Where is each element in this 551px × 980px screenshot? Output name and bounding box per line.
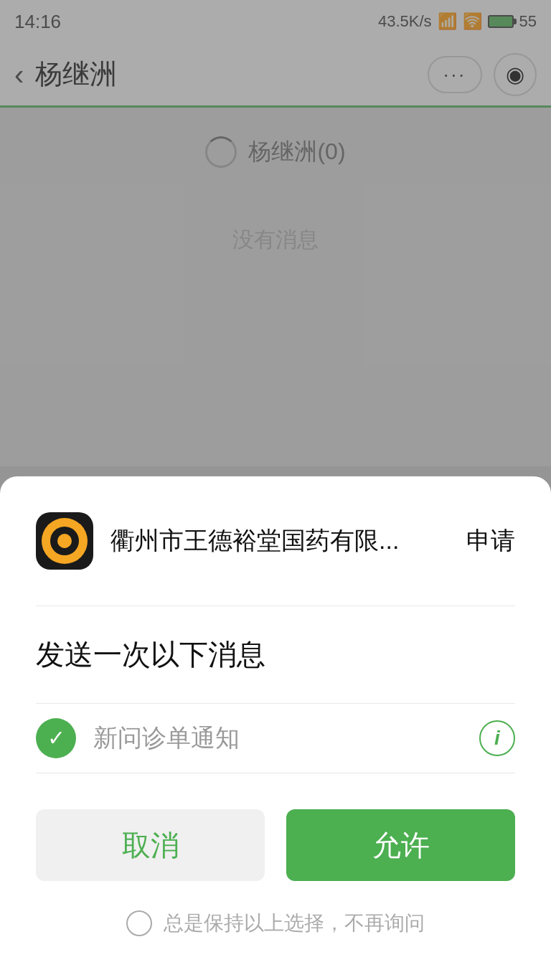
check-circle: ✓ — [36, 718, 76, 758]
app-icon — [36, 512, 93, 570]
app-info-row: 衢州市王德裕堂国药有限... 申请 — [36, 512, 515, 570]
app-tag: 申请 — [466, 524, 515, 557]
remember-radio[interactable] — [126, 910, 152, 936]
info-icon: i — [494, 727, 500, 750]
app-name: 衢州市王德裕堂国药有限... — [110, 524, 449, 557]
allow-button[interactable]: 允许 — [286, 809, 515, 881]
action-buttons: 取消 允许 — [36, 809, 515, 881]
cancel-button[interactable]: 取消 — [36, 809, 265, 881]
message-option-row: ✓ 新问诊单通知 i — [36, 703, 515, 773]
remember-row[interactable]: 总是保持以上选择，不再询问 — [36, 910, 515, 937]
info-button[interactable]: i — [479, 720, 515, 756]
message-option-label: 新问诊单通知 — [93, 722, 462, 755]
permission-modal: 衢州市王德裕堂国药有限... 申请 发送一次以下消息 ✓ 新问诊单通知 i 取消… — [0, 476, 551, 980]
send-label: 发送一次以下消息 — [36, 635, 515, 674]
divider-1 — [36, 606, 515, 606]
check-icon: ✓ — [47, 727, 65, 749]
modal-overlay: 衢州市王德裕堂国药有限... 申请 发送一次以下消息 ✓ 新问诊单通知 i 取消… — [0, 0, 551, 980]
remember-text: 总是保持以上选择，不再询问 — [164, 910, 425, 937]
app-icon-design — [42, 518, 88, 564]
